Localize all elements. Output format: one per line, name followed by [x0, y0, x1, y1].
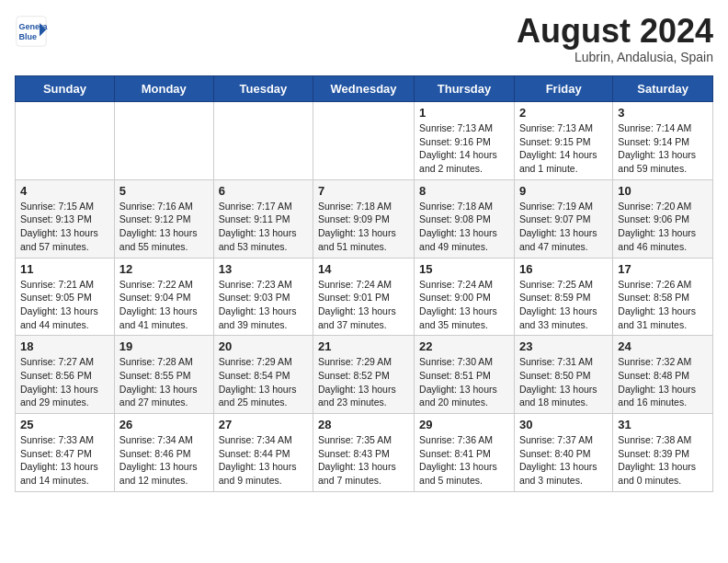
day-info: Sunrise: 7:13 AM Sunset: 9:16 PM Dayligh… — [419, 121, 509, 176]
day-number: 5 — [119, 184, 209, 198]
day-cell: 5Sunrise: 7:16 AM Sunset: 9:12 PM Daylig… — [114, 179, 213, 258]
day-number: 4 — [20, 184, 109, 198]
day-header-wednesday: Wednesday — [313, 76, 415, 102]
day-cell: 26Sunrise: 7:34 AM Sunset: 8:46 PM Dayli… — [114, 414, 213, 492]
month-title: August 2024 — [517, 15, 713, 48]
day-cell: 29Sunrise: 7:36 AM Sunset: 8:41 PM Dayli… — [415, 414, 515, 492]
day-number: 18 — [20, 339, 109, 353]
day-number: 8 — [419, 184, 509, 198]
day-cell: 28Sunrise: 7:35 AM Sunset: 8:43 PM Dayli… — [313, 414, 415, 492]
day-info: Sunrise: 7:20 AM Sunset: 9:06 PM Dayligh… — [618, 200, 708, 254]
day-cell: 6Sunrise: 7:17 AM Sunset: 9:11 PM Daylig… — [213, 179, 313, 258]
day-header-tuesday: Tuesday — [213, 76, 313, 102]
day-cell — [114, 102, 213, 180]
day-number: 20 — [219, 339, 308, 353]
day-cell: 11Sunrise: 7:21 AM Sunset: 9:05 PM Dayli… — [16, 258, 115, 336]
day-info: Sunrise: 7:13 AM Sunset: 9:15 PM Dayligh… — [519, 121, 608, 176]
svg-text:Blue: Blue — [19, 32, 38, 41]
day-info: Sunrise: 7:34 AM Sunset: 8:46 PM Dayligh… — [119, 433, 209, 488]
day-cell: 21Sunrise: 7:29 AM Sunset: 8:52 PM Dayli… — [313, 336, 415, 414]
day-info: Sunrise: 7:25 AM Sunset: 8:59 PM Dayligh… — [519, 278, 608, 332]
day-cell: 9Sunrise: 7:19 AM Sunset: 9:07 PM Daylig… — [514, 179, 612, 258]
day-cell — [313, 102, 415, 180]
week-row-1: 1Sunrise: 7:13 AM Sunset: 9:16 PM Daylig… — [16, 102, 713, 180]
title-block: August 2024 Lubrin, Andalusia, Spain — [517, 15, 713, 64]
day-info: Sunrise: 7:37 AM Sunset: 8:40 PM Dayligh… — [519, 433, 608, 488]
day-info: Sunrise: 7:27 AM Sunset: 8:56 PM Dayligh… — [20, 355, 109, 409]
day-cell: 15Sunrise: 7:24 AM Sunset: 9:00 PM Dayli… — [415, 258, 515, 336]
day-cell: 20Sunrise: 7:29 AM Sunset: 8:54 PM Dayli… — [213, 336, 313, 414]
day-cell: 2Sunrise: 7:13 AM Sunset: 9:15 PM Daylig… — [514, 102, 612, 180]
day-number: 19 — [119, 339, 209, 353]
day-number: 1 — [419, 106, 509, 120]
day-info: Sunrise: 7:29 AM Sunset: 8:52 PM Dayligh… — [318, 355, 409, 409]
day-number: 21 — [318, 339, 409, 353]
day-number: 26 — [119, 418, 209, 431]
day-header-sunday: Sunday — [16, 76, 115, 102]
day-info: Sunrise: 7:18 AM Sunset: 9:08 PM Dayligh… — [419, 200, 509, 254]
week-row-3: 11Sunrise: 7:21 AM Sunset: 9:05 PM Dayli… — [16, 258, 713, 336]
day-cell: 13Sunrise: 7:23 AM Sunset: 9:03 PM Dayli… — [213, 258, 313, 336]
day-cell: 14Sunrise: 7:24 AM Sunset: 9:01 PM Dayli… — [313, 258, 415, 336]
day-info: Sunrise: 7:28 AM Sunset: 8:55 PM Dayligh… — [119, 355, 209, 409]
day-info: Sunrise: 7:24 AM Sunset: 9:00 PM Dayligh… — [419, 278, 509, 332]
day-info: Sunrise: 7:38 AM Sunset: 8:39 PM Dayligh… — [618, 433, 708, 488]
page-header: General Blue August 2024 Lubrin, Andalus… — [15, 15, 713, 64]
day-header-saturday: Saturday — [613, 76, 713, 102]
day-number: 7 — [318, 184, 409, 198]
day-number: 2 — [519, 106, 608, 120]
day-number: 31 — [618, 418, 708, 431]
day-header-friday: Friday — [514, 76, 612, 102]
logo-icon: General Blue — [15, 15, 48, 48]
day-info: Sunrise: 7:14 AM Sunset: 9:14 PM Dayligh… — [618, 121, 708, 176]
day-info: Sunrise: 7:35 AM Sunset: 8:43 PM Dayligh… — [318, 433, 409, 488]
day-info: Sunrise: 7:18 AM Sunset: 9:09 PM Dayligh… — [318, 200, 409, 254]
day-cell: 18Sunrise: 7:27 AM Sunset: 8:56 PM Dayli… — [16, 336, 115, 414]
day-cell: 3Sunrise: 7:14 AM Sunset: 9:14 PM Daylig… — [613, 102, 713, 180]
day-cell: 30Sunrise: 7:37 AM Sunset: 8:40 PM Dayli… — [514, 414, 612, 492]
day-number: 17 — [618, 262, 708, 276]
day-number: 25 — [20, 418, 109, 431]
day-cell: 7Sunrise: 7:18 AM Sunset: 9:09 PM Daylig… — [313, 179, 415, 258]
day-cell: 24Sunrise: 7:32 AM Sunset: 8:48 PM Dayli… — [613, 336, 713, 414]
day-number: 23 — [519, 339, 608, 353]
day-number: 24 — [618, 339, 708, 353]
day-info: Sunrise: 7:29 AM Sunset: 8:54 PM Dayligh… — [219, 355, 308, 409]
day-number: 3 — [618, 106, 708, 120]
day-header-monday: Monday — [114, 76, 213, 102]
day-cell: 25Sunrise: 7:33 AM Sunset: 8:47 PM Dayli… — [16, 414, 115, 492]
day-info: Sunrise: 7:24 AM Sunset: 9:01 PM Dayligh… — [318, 278, 409, 332]
day-cell: 16Sunrise: 7:25 AM Sunset: 8:59 PM Dayli… — [514, 258, 612, 336]
day-number: 9 — [519, 184, 608, 198]
day-number: 30 — [519, 418, 608, 431]
day-number: 28 — [318, 418, 409, 431]
day-header-thursday: Thursday — [415, 76, 515, 102]
day-info: Sunrise: 7:31 AM Sunset: 8:50 PM Dayligh… — [519, 355, 608, 409]
day-number: 27 — [219, 418, 308, 431]
day-cell: 22Sunrise: 7:30 AM Sunset: 8:51 PM Dayli… — [415, 336, 515, 414]
day-info: Sunrise: 7:22 AM Sunset: 9:04 PM Dayligh… — [119, 278, 209, 332]
day-info: Sunrise: 7:33 AM Sunset: 8:47 PM Dayligh… — [20, 433, 109, 488]
day-number: 13 — [219, 262, 308, 276]
day-info: Sunrise: 7:34 AM Sunset: 8:44 PM Dayligh… — [219, 433, 308, 488]
day-cell: 10Sunrise: 7:20 AM Sunset: 9:06 PM Dayli… — [613, 179, 713, 258]
week-row-2: 4Sunrise: 7:15 AM Sunset: 9:13 PM Daylig… — [16, 179, 713, 258]
day-info: Sunrise: 7:26 AM Sunset: 8:58 PM Dayligh… — [618, 278, 708, 332]
day-info: Sunrise: 7:19 AM Sunset: 9:07 PM Dayligh… — [519, 200, 608, 254]
day-cell — [16, 102, 115, 180]
day-cell — [213, 102, 313, 180]
day-info: Sunrise: 7:30 AM Sunset: 8:51 PM Dayligh… — [419, 355, 509, 409]
day-number: 10 — [618, 184, 708, 198]
day-cell: 4Sunrise: 7:15 AM Sunset: 9:13 PM Daylig… — [16, 179, 115, 258]
day-number: 16 — [519, 262, 608, 276]
logo: General Blue — [15, 15, 48, 48]
day-info: Sunrise: 7:16 AM Sunset: 9:12 PM Dayligh… — [119, 200, 209, 254]
day-cell: 17Sunrise: 7:26 AM Sunset: 8:58 PM Dayli… — [613, 258, 713, 336]
day-info: Sunrise: 7:32 AM Sunset: 8:48 PM Dayligh… — [618, 355, 708, 409]
day-cell: 27Sunrise: 7:34 AM Sunset: 8:44 PM Dayli… — [213, 414, 313, 492]
day-number: 14 — [318, 262, 409, 276]
day-info: Sunrise: 7:23 AM Sunset: 9:03 PM Dayligh… — [219, 278, 308, 332]
day-info: Sunrise: 7:21 AM Sunset: 9:05 PM Dayligh… — [20, 278, 109, 332]
calendar-table: SundayMondayTuesdayWednesdayThursdayFrid… — [15, 75, 713, 492]
day-info: Sunrise: 7:15 AM Sunset: 9:13 PM Dayligh… — [20, 200, 109, 254]
